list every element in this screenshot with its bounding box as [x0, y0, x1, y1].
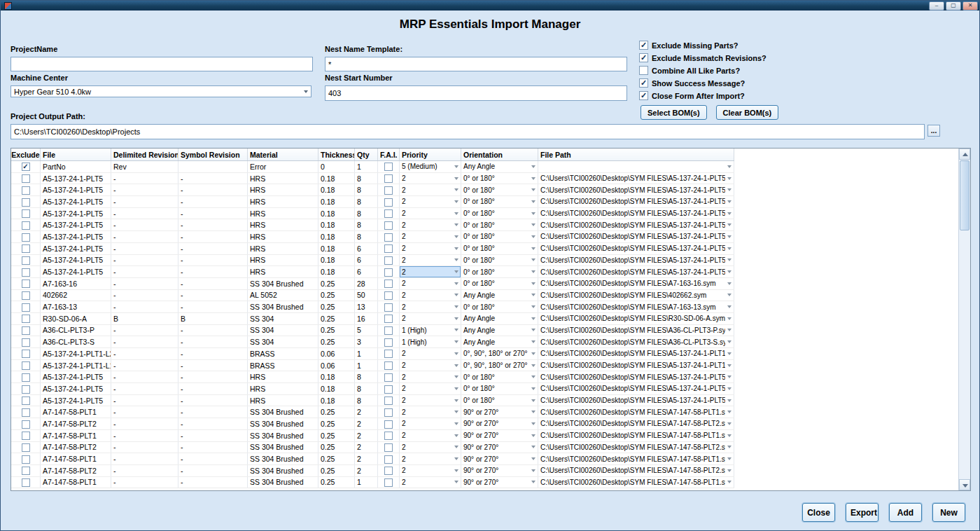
column-header[interactable]: File Path: [538, 149, 734, 161]
filepath-dropdown[interactable]: C:\Users\TCI00260\Desktop\SYM FILES\A5-1…: [538, 348, 734, 360]
row-checkbox-unchecked-icon[interactable]: [22, 303, 30, 312]
filepath-dropdown[interactable]: C:\Users\TCI00260\Desktop\SYM FILES\A7-1…: [538, 418, 734, 430]
minimize-button[interactable]: –: [929, 1, 944, 11]
row-checkbox-unchecked-icon[interactable]: [384, 385, 393, 394]
close-button[interactable]: Close: [802, 503, 835, 522]
filepath-dropdown[interactable]: C:\Users\TCI00260\Desktop\SYM FILES\A5-1…: [538, 184, 734, 196]
row-checkbox-unchecked-icon[interactable]: [384, 443, 393, 452]
row-checkbox-unchecked-icon[interactable]: [384, 198, 393, 207]
row-checkbox-unchecked-icon[interactable]: [384, 478, 393, 487]
row-checkbox-unchecked-icon[interactable]: [22, 408, 30, 417]
filepath-dropdown[interactable]: C:\Users\TCI00260\Desktop\SYM FILES\A5-1…: [538, 371, 734, 383]
priority-dropdown[interactable]: 2: [400, 441, 461, 453]
scroll-up-icon[interactable]: [959, 149, 970, 160]
priority-dropdown[interactable]: 2: [400, 383, 461, 395]
row-checkbox-unchecked-icon[interactable]: [384, 467, 393, 475]
checkbox-checked-icon[interactable]: ✓: [639, 41, 648, 50]
row-checkbox-unchecked-icon[interactable]: [384, 420, 393, 429]
priority-dropdown[interactable]: 2: [400, 231, 461, 243]
filepath-dropdown[interactable]: C:\Users\TCI00260\Desktop\SYM FILES\A5-1…: [538, 359, 734, 371]
filepath-dropdown[interactable]: C:\Users\TCI00260\Desktop\SYM FILES\A7-1…: [538, 301, 734, 313]
checkbox-checked-icon[interactable]: ✓: [639, 91, 648, 100]
filepath-dropdown[interactable]: C:\Users\TCI00260\Desktop\SYM FILES\A5-1…: [538, 196, 734, 208]
checkbox-checked-icon[interactable]: ✓: [639, 53, 648, 62]
row-checkbox-unchecked-icon[interactable]: [22, 467, 30, 475]
filepath-dropdown[interactable]: C:\Users\TCI00260\Desktop\SYM FILES\A7-1…: [538, 406, 734, 418]
row-checkbox-unchecked-icon[interactable]: [22, 455, 30, 464]
column-header[interactable]: F.A.I.: [378, 149, 400, 161]
row-checkbox-unchecked-icon[interactable]: [22, 420, 30, 429]
orientation-dropdown[interactable]: 0° or 180°: [461, 242, 538, 254]
row-checkbox-unchecked-icon[interactable]: [384, 455, 393, 464]
priority-dropdown[interactable]: 2: [400, 207, 461, 219]
column-header[interactable]: Qty: [355, 149, 378, 161]
row-checkbox-unchecked-icon[interactable]: [22, 385, 30, 394]
row-checkbox-unchecked-icon[interactable]: [384, 408, 393, 417]
clear-bom-button[interactable]: Clear BOM(s): [716, 105, 779, 120]
row-checkbox-unchecked-icon[interactable]: [384, 280, 393, 288]
row-checkbox-unchecked-icon[interactable]: [22, 221, 30, 230]
column-header[interactable]: Symbol Revision: [178, 149, 248, 161]
filepath-dropdown[interactable]: C:\Users\TCI00260\Desktop\SYM FILES\A7-1…: [538, 476, 734, 488]
orientation-dropdown[interactable]: 90° or 270°: [461, 441, 538, 453]
row-checkbox-unchecked-icon[interactable]: [384, 361, 393, 370]
orientation-dropdown[interactable]: 90° or 270°: [461, 406, 538, 418]
row-checkbox-unchecked-icon[interactable]: [22, 443, 30, 452]
row-checkbox-unchecked-icon[interactable]: [384, 233, 393, 242]
priority-dropdown[interactable]: 1 (High): [400, 324, 461, 336]
row-checkbox-unchecked-icon[interactable]: [384, 396, 393, 405]
vertical-scrollbar[interactable]: [958, 149, 970, 490]
checkbox-checked-icon[interactable]: ✓: [639, 78, 648, 88]
row-checkbox-unchecked-icon[interactable]: [22, 280, 30, 288]
row-checkbox-unchecked-icon[interactable]: [22, 233, 30, 242]
row-checkbox-unchecked-icon[interactable]: [22, 478, 30, 487]
priority-dropdown[interactable]: 2: [400, 172, 461, 184]
orientation-dropdown[interactable]: 0° or 180°: [461, 172, 538, 184]
row-checkbox-unchecked-icon[interactable]: [384, 338, 393, 347]
filepath-dropdown[interactable]: C:\Users\TCI00260\Desktop\SYM FILES\R30-…: [538, 312, 734, 324]
priority-dropdown[interactable]: 1 (High): [400, 336, 461, 348]
row-checkbox-unchecked-icon[interactable]: [22, 361, 30, 370]
priority-dropdown[interactable]: 2: [400, 418, 461, 430]
orientation-dropdown[interactable]: Any Angle: [461, 312, 538, 324]
row-checkbox-unchecked-icon[interactable]: [384, 350, 393, 358]
column-header[interactable]: File: [41, 149, 111, 161]
column-header[interactable]: Exclude: [11, 149, 41, 161]
row-checkbox-unchecked-icon[interactable]: [22, 244, 30, 253]
priority-dropdown[interactable]: 2: [400, 406, 461, 418]
orientation-dropdown[interactable]: 0°, 90°, 180° or 270°: [461, 359, 538, 371]
filepath-dropdown[interactable]: C:\Users\TCI00260\Desktop\SYM FILES\A7-1…: [538, 453, 734, 465]
orientation-dropdown[interactable]: 90° or 270°: [461, 418, 538, 430]
row-checkbox-unchecked-icon[interactable]: [384, 256, 393, 265]
row-checkbox-unchecked-icon[interactable]: [384, 221, 393, 230]
orientation-dropdown[interactable]: Any Angle: [461, 336, 538, 348]
checkbox-unchecked-icon[interactable]: [639, 66, 648, 75]
orientation-dropdown[interactable]: 0° or 180°: [461, 266, 538, 278]
priority-dropdown[interactable]: 2: [400, 394, 461, 406]
priority-dropdown[interactable]: 2: [400, 289, 461, 301]
browse-button[interactable]: ...: [927, 125, 940, 137]
filepath-dropdown[interactable]: C:\Users\TCI00260\Desktop\SYM FILES\A7-1…: [538, 429, 734, 441]
priority-dropdown[interactable]: 2: [400, 266, 461, 278]
priority-dropdown[interactable]: 2: [400, 371, 461, 383]
orientation-dropdown[interactable]: 0° or 180°: [461, 196, 538, 208]
row-checkbox-checked-icon[interactable]: ✓: [22, 163, 30, 171]
priority-dropdown[interactable]: 2: [400, 453, 461, 465]
column-header[interactable]: Delimited Revision: [111, 149, 178, 161]
row-checkbox-unchecked-icon[interactable]: [22, 373, 30, 382]
machine-center-select[interactable]: Hyper Gear 510 4.0kw: [10, 85, 312, 97]
column-header[interactable]: Material: [248, 149, 318, 161]
nest-template-input[interactable]: [325, 57, 627, 71]
close-window-button[interactable]: ✕: [962, 1, 978, 11]
filepath-dropdown[interactable]: C:\Users\TCI00260\Desktop\SYM FILES\A5-1…: [538, 172, 734, 184]
orientation-dropdown[interactable]: Any Angle: [461, 324, 538, 336]
row-checkbox-unchecked-icon[interactable]: [22, 338, 30, 347]
scrollbar-thumb[interactable]: [960, 160, 969, 230]
output-path-input[interactable]: [10, 124, 925, 139]
priority-dropdown[interactable]: 2: [400, 196, 461, 208]
orientation-dropdown[interactable]: Any Angle: [461, 161, 538, 173]
project-name-input[interactable]: [10, 57, 313, 71]
priority-dropdown[interactable]: 2: [400, 312, 461, 324]
priority-dropdown[interactable]: 2: [400, 219, 461, 231]
row-checkbox-unchecked-icon[interactable]: [384, 326, 393, 335]
